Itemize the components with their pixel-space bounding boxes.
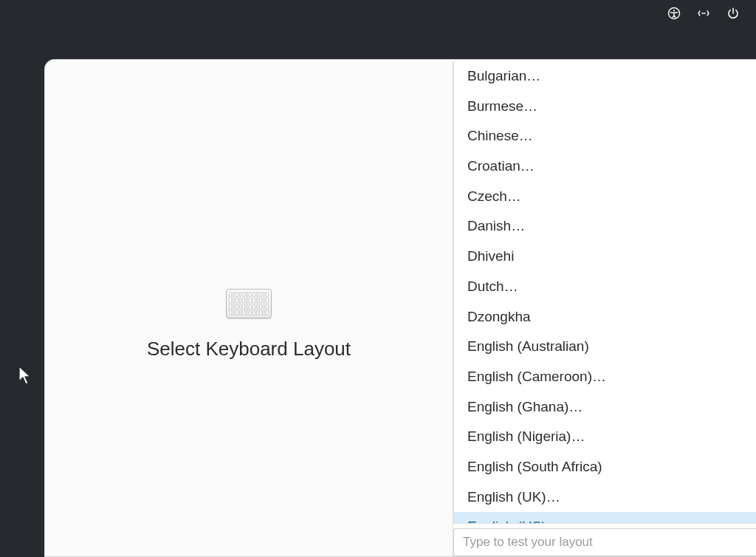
- keyboard-icon: [226, 289, 272, 318]
- accessibility-icon[interactable]: [667, 7, 681, 20]
- list-item[interactable]: English (US)…: [454, 512, 756, 524]
- list-item[interactable]: Chinese…: [454, 121, 756, 151]
- svg-point-1: [673, 10, 675, 11]
- list-item[interactable]: English (South Africa): [454, 452, 756, 482]
- setup-window: Select Keyboard Layout Bulgarian…Burmese…: [44, 59, 756, 557]
- list-item[interactable]: Danish…: [454, 211, 756, 242]
- list-item[interactable]: English (UK)…: [454, 482, 756, 513]
- svg-point-3: [703, 13, 704, 14]
- mouse-cursor-icon: [18, 366, 34, 389]
- list-item[interactable]: Czech…: [454, 182, 756, 212]
- svg-point-4: [704, 13, 706, 14]
- left-pane: Select Keyboard Layout: [45, 60, 453, 556]
- list-item[interactable]: Burmese…: [454, 92, 756, 122]
- list-item[interactable]: English (Australian): [454, 332, 756, 362]
- network-activity-icon[interactable]: [697, 7, 710, 20]
- power-icon[interactable]: [726, 7, 740, 20]
- list-item[interactable]: Croatian…: [454, 151, 756, 182]
- right-pane: Bulgarian…Burmese…Chinese…Croatian…Czech…: [453, 61, 756, 556]
- list-item[interactable]: English (Cameroon)…: [454, 362, 756, 392]
- svg-point-2: [701, 13, 703, 14]
- keyboard-layout-list[interactable]: Bulgarian…Burmese…Chinese…Croatian…Czech…: [453, 61, 756, 524]
- list-item[interactable]: English (Ghana)…: [454, 392, 756, 423]
- list-item[interactable]: Dzongkha: [454, 302, 756, 332]
- list-item[interactable]: English (Nigeria)…: [454, 422, 756, 452]
- list-item[interactable]: Dhivehi: [454, 242, 756, 272]
- page-title: Select Keyboard Layout: [147, 338, 351, 360]
- list-item[interactable]: Dutch…: [454, 272, 756, 302]
- list-item[interactable]: Bulgarian…: [454, 61, 756, 92]
- test-layout-input[interactable]: [453, 528, 756, 556]
